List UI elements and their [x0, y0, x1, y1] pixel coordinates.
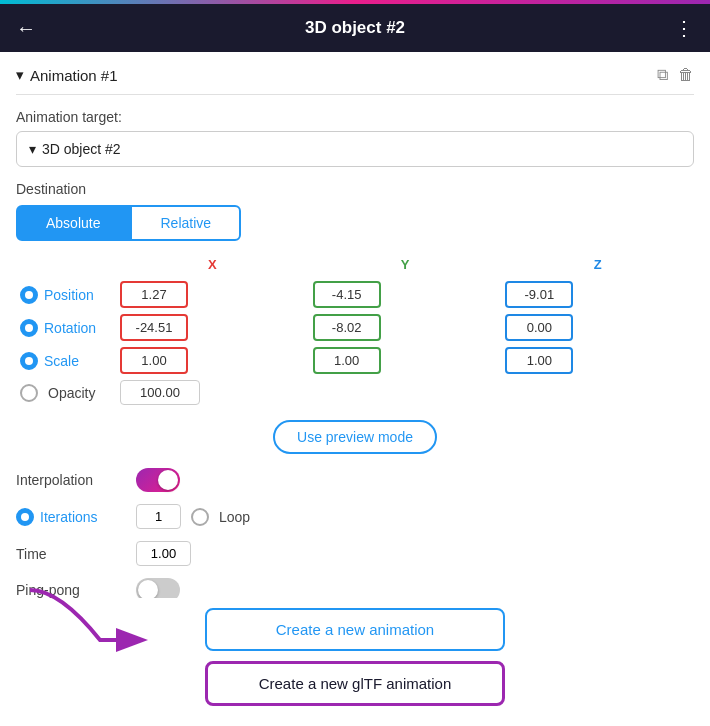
position-y-input[interactable]	[313, 281, 381, 308]
section-action-icons: ⧉ 🗑	[657, 66, 694, 84]
animation-target-select[interactable]: ▾ 3D object #2	[16, 131, 694, 167]
iterations-row: Iterations Loop	[16, 504, 694, 529]
iterations-input[interactable]	[136, 504, 181, 529]
position-radio[interactable]	[20, 286, 38, 304]
interpolation-label: Interpolation	[16, 472, 126, 488]
scale-row-label: Scale	[20, 352, 112, 370]
interpolation-row: Interpolation	[16, 468, 694, 492]
back-button[interactable]: ←	[16, 17, 36, 40]
destination-label: Destination	[16, 181, 694, 197]
col-header-z: Z	[501, 255, 694, 278]
col-header-y: Y	[309, 255, 502, 278]
menu-button[interactable]: ⋮	[674, 16, 694, 40]
rotation-label: Rotation	[44, 320, 96, 336]
delete-animation-button[interactable]: 🗑	[678, 66, 694, 84]
table-row: Rotation	[16, 311, 694, 344]
ping-pong-toggle-thumb	[138, 580, 158, 598]
time-label: Time	[16, 546, 126, 562]
iterations-radio[interactable]	[16, 508, 34, 526]
toggle-thumb	[158, 470, 178, 490]
transform-table: X Y Z Position	[16, 255, 694, 408]
page-title: 3D object #2	[305, 18, 405, 38]
table-row: Position	[16, 278, 694, 311]
ping-pong-toggle[interactable]	[136, 578, 180, 598]
time-row: Time	[16, 541, 694, 566]
scale-x-input[interactable]	[120, 347, 188, 374]
preview-mode-button[interactable]: Use preview mode	[273, 420, 437, 454]
bottom-buttons-area: Create a new animation Create a new glTF…	[0, 598, 710, 726]
scale-radio[interactable]	[20, 352, 38, 370]
absolute-button[interactable]: Absolute	[16, 205, 130, 241]
copy-animation-button[interactable]: ⧉	[657, 66, 668, 84]
position-z-input[interactable]	[505, 281, 573, 308]
scale-y-input[interactable]	[313, 347, 381, 374]
opacity-input[interactable]	[120, 380, 200, 405]
content-area: ▾ Animation #1 ⧉ 🗑 Animation target: ▾ 3…	[0, 52, 710, 598]
scale-z-input[interactable]	[505, 347, 573, 374]
relative-button[interactable]: Relative	[130, 205, 241, 241]
rotation-x-input[interactable]	[120, 314, 188, 341]
header: ← 3D object #2 ⋮	[0, 4, 710, 52]
position-label: Position	[44, 287, 94, 303]
loop-label: Loop	[219, 509, 250, 525]
chevron-icon: ▾	[29, 141, 36, 157]
scale-label: Scale	[44, 353, 79, 369]
rotation-radio[interactable]	[20, 319, 38, 337]
loop-radio[interactable]	[191, 508, 209, 526]
interpolation-toggle[interactable]	[136, 468, 180, 492]
opacity-row-label: Opacity	[20, 384, 112, 402]
rotation-z-input[interactable]	[505, 314, 573, 341]
time-input[interactable]	[136, 541, 191, 566]
animation-title-label: Animation #1	[30, 67, 118, 84]
animation-section-header: ▾ Animation #1 ⧉ 🗑	[16, 52, 694, 95]
position-row-label: Position	[20, 286, 112, 304]
chevron-down-icon: ▾	[16, 66, 24, 84]
ping-pong-label: Ping-pong	[16, 582, 126, 598]
opacity-label: Opacity	[48, 385, 95, 401]
col-header-x: X	[116, 255, 309, 278]
preview-button-wrap: Use preview mode	[16, 420, 694, 454]
table-row: Scale	[16, 344, 694, 377]
create-gltf-animation-button[interactable]: Create a new glTF animation	[205, 661, 505, 706]
animation-section-title: ▾ Animation #1	[16, 66, 118, 84]
animation-target-value: 3D object #2	[42, 141, 121, 157]
phone-container: ← 3D object #2 ⋮ ▾ Animation #1 ⧉ 🗑 Anim…	[0, 0, 710, 726]
rotation-row-label: Rotation	[20, 319, 112, 337]
destination-button-group: Absolute Relative	[16, 205, 694, 241]
ping-pong-row: Ping-pong	[16, 578, 694, 598]
opacity-radio[interactable]	[20, 384, 38, 402]
iterations-row-label: Iterations	[16, 508, 126, 526]
iterations-label: Iterations	[40, 509, 98, 525]
position-x-input[interactable]	[120, 281, 188, 308]
animation-target-label: Animation target:	[16, 109, 694, 125]
create-animation-button[interactable]: Create a new animation	[205, 608, 505, 651]
rotation-y-input[interactable]	[313, 314, 381, 341]
table-row: Opacity	[16, 377, 694, 408]
